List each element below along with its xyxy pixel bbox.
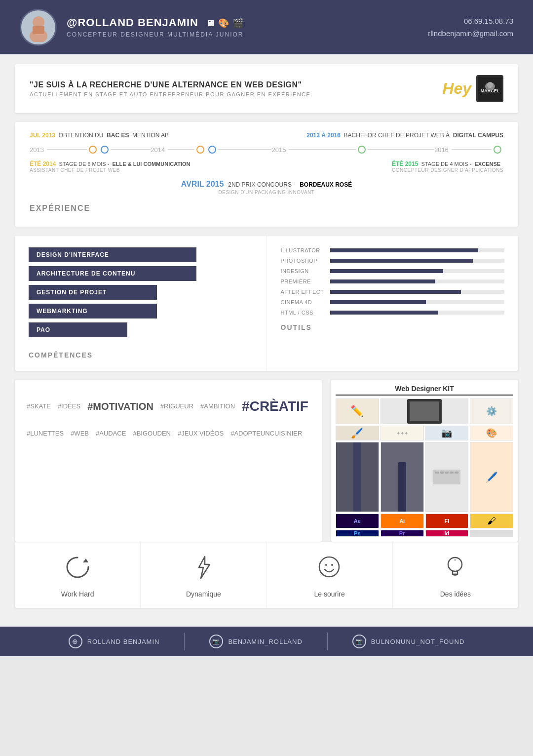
tool-bar-bg: [330, 311, 505, 315]
wdk-brush: 🖌️: [336, 426, 379, 440]
hashtag-item: #SKATE: [27, 398, 51, 414]
tool-name: CINEMA 4D: [281, 299, 325, 305]
event1-bold: BAC ES: [107, 132, 129, 139]
tool-bar-fill: [330, 259, 473, 263]
tool-row: INDESIGN: [281, 268, 505, 274]
hashtag-item: #JEUX VIDÉOS: [178, 426, 224, 441]
footer-item-2: 📷 BENJAMIN_ROLLAND: [209, 635, 302, 648]
svg-point-7: [319, 557, 339, 577]
footer-divider-1: [184, 633, 185, 650]
tl-line-7: [452, 149, 492, 150]
avatar: [20, 9, 57, 46]
header-info: @ROLLAND BENJAMIN 🖥 🎨 🎬 CONCEPTEUR DESIG…: [67, 16, 244, 38]
tool-bar-bg: [330, 279, 505, 283]
hashtag-item: #LUNETTES: [27, 426, 64, 441]
competences-label: COMPÉTENCES: [29, 351, 253, 359]
dot-4: [208, 146, 216, 154]
tl-line-6: [368, 149, 434, 150]
footer-label-1: ROLLAND BENJAMIN: [87, 638, 160, 645]
tool-bar-fill: [330, 279, 435, 283]
sourire-icon: [316, 554, 343, 584]
wdk-bar2: [381, 442, 424, 512]
hashtag-row: #SKATE#IDÉES#MOTIVATION#RIGUEUR#AMBITION…: [15, 380, 518, 542]
dynamique-icon: [190, 554, 217, 584]
tool-row: ILLUSTRATOR: [281, 247, 505, 253]
tl-line: [47, 149, 87, 150]
tl-dots-2: [196, 146, 216, 154]
wdk-ps: Ps: [336, 530, 379, 537]
tool-bar-fill: [330, 290, 461, 294]
wdk-card: Web Designer KIT ✏️ ⚙️ 🖌️ ✦✦✦ 📷 🎨: [331, 380, 518, 542]
wdk-ai: Ai: [381, 514, 424, 528]
event2-bold: DIGITAL CAMPUS: [453, 132, 503, 139]
intro-subtitle: ACTUELLEMENT EN STAGE ET AUTO ENTREPRENE…: [30, 91, 310, 97]
tl-line-3: [168, 149, 194, 150]
dot-3: [196, 146, 204, 154]
footer-divider-2: [327, 633, 328, 650]
skill-3: GESTION DE PROJET: [29, 285, 253, 304]
skill-tag-3: GESTION DE PROJET: [29, 285, 157, 300]
stage1-date: ÉTÉ 2014: [30, 160, 56, 167]
marcel-logo: MARCEL: [476, 75, 503, 102]
skill-tag-4: WEBMARKTING: [29, 304, 157, 318]
intro-text: "JE SUIS À LA RECHERCHE D'UNE ALTERNANCE…: [30, 80, 310, 97]
quality-label-1: Work Hard: [61, 590, 94, 598]
quality-work-hard: Work Hard: [15, 542, 141, 608]
tool-row: AFTER EFFECT: [281, 289, 505, 295]
footer-icon-3: 📷: [352, 635, 366, 648]
stage2-event: ÉTÉ 2015 STAGE DE 4 MOIS - EXCENSE CONCE…: [392, 160, 503, 173]
wdk-keyboard: [425, 442, 469, 512]
stage2-sub: CONCEPTEUR DESIGNER D'APPLICATIONS: [392, 167, 503, 173]
year-2015: 2015: [271, 146, 286, 154]
tool-name: INDESIGN: [281, 268, 325, 274]
wdk-ae: Ae: [336, 514, 379, 528]
tool-name: PHOTOSHOP: [281, 258, 325, 264]
tool-bars: ILLUSTRATOR PHOTOSHOP INDESIGN PREMIÈRE …: [281, 247, 505, 316]
event1-rest: MENTION AB: [132, 132, 169, 139]
header-subtitle: CONCEPTEUR DESIGNEUR MULTIMÉDIA JUNIOR: [67, 31, 244, 38]
footer-label-3: BULNONUNU_NOT_FOUND: [371, 638, 464, 645]
wdk-title: Web Designer KIT: [336, 385, 513, 396]
footer-item-3: 📷 BULNONUNU_NOT_FOUND: [352, 635, 464, 648]
comp-right: ILLUSTRATOR PHOTOSHOP INDESIGN PREMIÈRE …: [267, 236, 519, 371]
wdk-camera: 📷: [425, 426, 469, 440]
work-hard-icon: [64, 554, 91, 584]
quality-dynamique: Dynamique: [141, 542, 266, 608]
year-2016: 2016: [434, 146, 449, 154]
main-content: "JE SUIS À LA RECHERCHE D'UNE ALTERNANCE…: [0, 54, 533, 627]
event1-date: JUI. 2013: [30, 132, 55, 139]
wdk-bar1: [336, 442, 379, 512]
prix-date: AVRIL 2015: [181, 180, 224, 188]
wdk-id: Id: [425, 530, 469, 537]
event1-desc: OBTENTION DU: [59, 132, 104, 139]
tool-bar-bg: [330, 259, 505, 263]
quality-label-4: Des idées: [440, 590, 471, 598]
hashtag-cloud: #SKATE#IDÉES#MOTIVATION#RIGUEUR#AMBITION…: [27, 390, 310, 441]
wdk-monitor: [381, 398, 469, 424]
wdk-empty: [470, 530, 513, 537]
tool-bar-fill: [330, 269, 444, 273]
hashtag-item: #RIGUEUR: [160, 398, 193, 414]
tool-row: PHOTOSHOP: [281, 258, 505, 264]
comp-left: DESIGN D'INTERFACE ARCHITECTURE DE CONTE…: [15, 236, 267, 371]
competences-card: DESIGN D'INTERFACE ARCHITECTURE DE CONTE…: [15, 236, 518, 371]
tool-row: HTML / CSS: [281, 310, 505, 316]
tool-name: ILLUSTRATOR: [281, 247, 325, 253]
tool-row: PREMIÈRE: [281, 279, 505, 284]
year-2013: 2013: [30, 146, 44, 154]
svg-point-9: [331, 564, 333, 566]
skill-4: WEBMARKTING: [29, 304, 253, 322]
wdk-yellow-tube: 🖌: [470, 514, 513, 528]
wdk-grid: ✏️ ⚙️ 🖌️ ✦✦✦ 📷 🎨: [336, 398, 513, 537]
wdk-stars: ✦✦✦: [381, 426, 424, 440]
event2-date: 2013 À 2016: [306, 132, 341, 139]
stage2-bold: EXCENSE: [475, 161, 501, 167]
idees-icon: [442, 554, 469, 584]
tool-name: AFTER EFFECT: [281, 289, 325, 295]
intro-logo: Hey MARCEL: [442, 75, 503, 102]
intro-card: "JE SUIS À LA RECHERCHE D'UNE ALTERNANCE…: [15, 64, 518, 113]
event-left: JUI. 2013 OBTENTION DU BAC ES MENTION AB: [30, 132, 169, 139]
tool-row: CINEMA 4D: [281, 299, 505, 305]
stage1-sub: ASSISTANT CHEF DE PROJET WEB: [30, 167, 190, 173]
skill-5: PAO: [29, 322, 253, 341]
